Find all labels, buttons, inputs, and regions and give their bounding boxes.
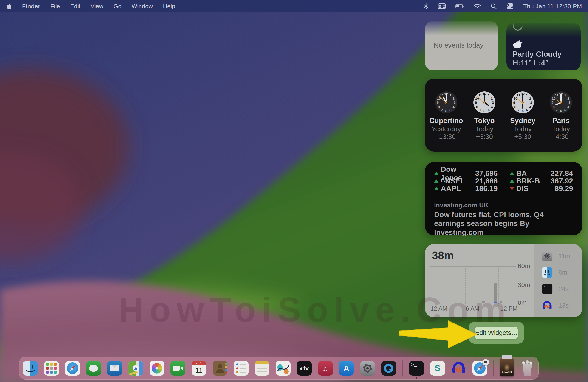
usage-bar [494,283,497,303]
app-usage-duration: 13s [558,302,569,309]
usage-bar [500,302,502,303]
calendar-day: 11 [191,365,206,376]
city-offset: -13:30 [437,133,456,141]
city-name: Cupertino [429,117,463,125]
analog-clock-face: 123456789101112 [435,91,457,113]
dock-maps-icon[interactable] [128,361,143,376]
stock-value: 21,666 [475,177,498,185]
stock-symbol: BA [516,169,527,178]
dock-launchpad-icon[interactable] [44,361,59,376]
screen-time-total: 38m [432,249,454,262]
edit-widgets-highlight: Edit Widgets… [469,322,524,344]
dock-trash-icon[interactable] [520,361,535,376]
city-day: Today [475,125,493,133]
wifi-icon[interactable] [474,3,481,10]
screen-time-widget[interactable]: 38m 60m 30m 0m 12 AM 6 AM 12 PM 11m 8m >… [425,244,582,318]
y-axis-label: 0m [518,299,527,306]
apple-menu-icon[interactable] [6,3,12,10]
up-arrow-icon [510,179,514,183]
dock-facetime-icon[interactable] [170,361,185,376]
finder-app-icon [542,267,552,278]
dock-messages-icon[interactable] [86,361,101,376]
stocks-widget[interactable]: Dow Jones37,696 ^NSEI21,666 AAPL186.19 B… [425,162,582,235]
dock-notes-icon[interactable] [255,361,270,376]
edit-widgets-button[interactable]: Edit Widgets… [475,327,518,339]
app-usage-duration: 24s [558,285,569,293]
dock-calendar-icon[interactable]: JAN 11 [191,361,206,376]
dock-contacts-icon[interactable] [213,361,227,376]
dock-mail-icon[interactable] [107,361,122,376]
stock-value: 367.92 [550,177,573,185]
menu-go[interactable]: Go [113,3,122,10]
dock-settings-icon[interactable] [360,361,375,376]
menu-app-name[interactable]: Finder [22,3,40,10]
calendar-empty-message: No events today [434,41,483,49]
up-arrow-icon [434,187,439,190]
x-axis-label: 6 AM [466,305,479,312]
dock-safari-icon[interactable] [65,361,80,376]
x-axis-label: 12 AM [430,305,447,312]
dock-freeform-icon[interactable] [276,361,291,376]
stock-row: BRK-B367.92 [510,177,573,185]
up-arrow-icon [434,179,439,183]
audacity-app-icon [542,300,552,311]
stock-value: 186.19 [475,184,498,193]
dock-reminders-icon[interactable] [234,361,249,376]
app-usage-duration: 8m [558,269,567,276]
dock-photos-icon[interactable] [149,361,164,376]
dock-quicktime-icon[interactable] [381,361,396,376]
menu-help[interactable]: Help [163,3,175,10]
dock-safari-window-icon[interactable] [472,361,487,376]
up-arrow-icon [434,172,439,175]
calendar-widget[interactable]: No events today [425,21,498,70]
menu-edit[interactable]: Edit [70,3,80,10]
bluetooth-icon[interactable] [423,3,429,10]
stock-symbol: BRK-B [516,177,540,185]
dock-terminal-icon[interactable]: >_ [409,361,424,376]
menu-window[interactable]: Window [132,3,153,10]
gridline-60m [430,266,516,266]
city-name: Tokyo [474,117,495,125]
spotlight-icon[interactable] [490,3,497,10]
stock-value: 89.29 [555,184,573,193]
calendar-month: JAN [191,361,206,365]
menu-file[interactable]: File [50,3,60,10]
dock-audacity-icon[interactable] [451,361,466,376]
app-usage-duration: 11m [558,252,570,260]
app-usage-row: 8m [534,264,582,281]
stock-value: 37,696 [475,169,498,178]
world-clock-widget[interactable]: 123456789101112 Cupertino Yesterday -13:… [425,79,582,152]
dock-music-icon[interactable]: ♫ [318,361,333,376]
gridline-0m [430,303,516,303]
down-arrow-icon [510,187,514,190]
screen-time-app-list: 11m 8m >_ 24s 13s [534,244,582,318]
city-day: Today [514,125,531,133]
weather-widget[interactable]: Partly Cloudy H:11° L:4° [506,23,581,70]
clock-city: 123456789101112 Paris Today -4:30 [544,91,578,141]
app-usage-row: >_ 24s [534,281,582,297]
dock-app-store-icon[interactable]: A [339,361,354,376]
stock-quotes: Dow Jones37,696 ^NSEI21,666 AAPL186.19 B… [434,170,573,192]
tick-12am [430,266,430,306]
control-center-icon[interactable] [506,3,514,10]
usage-bar [482,301,485,303]
weather-high-low: H:11° L:4° [513,59,548,67]
dock-surfshark-icon[interactable]: S [430,361,445,376]
city-day: Yesterday [432,125,461,133]
menu-view[interactable]: View [90,3,103,10]
city-name: Paris [552,117,570,125]
command-window-icon[interactable]: ⌘ [438,3,446,10]
dock-apple-tv-icon[interactable]: tv [297,361,312,376]
file-stack-icon [502,355,512,359]
city-offset: -4:30 [553,133,568,141]
stock-row: BA227.84 [510,170,573,177]
menu-bar-clock[interactable]: Thu Jan 11 12:30 PM [523,3,582,10]
dock-finder-icon[interactable] [23,361,38,376]
analog-clock-face: 123456789101112 [512,91,534,113]
clock-city: 123456789101112 Tokyo Today +3:30 [467,91,502,141]
tick-12pm [498,266,499,306]
battery-icon[interactable] [455,3,464,10]
dock-downloads-movie-icon[interactable]: O MAAHI [500,358,514,377]
clock-city: 123456789101112 Sydney Today +5:30 [506,91,540,141]
city-day: Today [552,125,570,133]
